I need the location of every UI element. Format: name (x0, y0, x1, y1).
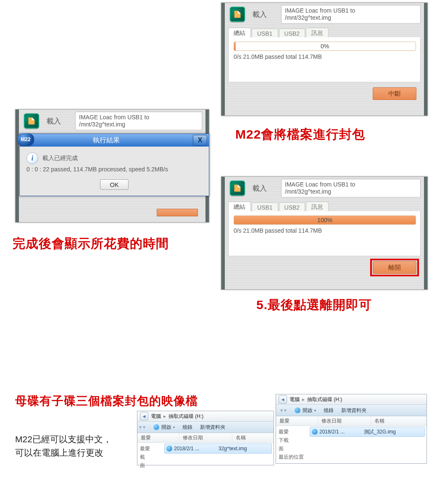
file-row[interactable]: 2018/2/1 ... 測試_32G.img (310, 427, 425, 437)
breadcrumb[interactable]: 電腦 (290, 396, 300, 403)
col-name[interactable]: 名稱 (371, 416, 426, 425)
caption-time-spent: 完成後會顯示所花費的時間 (13, 235, 169, 252)
tab-summary[interactable]: 總結 (228, 28, 251, 37)
column-headers: 最愛 修改日期 名稱 (276, 416, 426, 426)
progress-bar: 100% (234, 215, 416, 225)
tab-body: 0% 0/s 21.0MB passed total 114.7MB (228, 37, 421, 82)
caption-master-child: 母碟有子碟三個檔案封包的映像檔 (15, 393, 198, 409)
breadcrumb[interactable]: 電腦 (151, 413, 161, 420)
chevron-right-icon: ▸ (163, 413, 166, 419)
col-date[interactable]: 修改日期 (179, 433, 232, 442)
loader-window-100pct: 載入 IMAGE Loac from USB1 to /mnt/32g^text… (221, 176, 428, 290)
window-title: 載入 (253, 10, 274, 19)
tab-usb2[interactable]: USB2 (279, 202, 305, 211)
caption-step5: 5.最後點選離開即可 (256, 297, 372, 314)
toolbar-burn[interactable]: 燒錄 (324, 407, 334, 414)
app-icon (230, 181, 245, 196)
breadcrumb[interactable]: 抽取式磁碟 (H:) (307, 396, 342, 403)
modal-line1: 載入已經完成 (42, 155, 78, 162)
progress-percent: 0% (234, 42, 416, 50)
info-icon: i (26, 152, 38, 164)
app-icon (24, 113, 39, 129)
col-name[interactable]: 名稱 (232, 433, 274, 442)
chevron-down-icon: ▾ (173, 425, 175, 429)
progress-percent: 100% (234, 216, 416, 224)
explorer-right: ◄ 電腦 ▸ 抽取式磁碟 (H:) ▾ ▾ 開啟 ▾ 燒錄 新增資料夾 最愛 修… (276, 394, 427, 464)
tab-usb1[interactable]: USB1 (252, 202, 278, 211)
tab-usb1[interactable]: USB1 (252, 29, 278, 37)
explorer-left: ◄ 電腦 ▸ 抽取式磁碟 (H:) ▾ ▾ 開啟 ▾ 燒錄 新增資料夾 最愛 修… (137, 411, 274, 465)
progress-stats: 0/s 21.0MB passed total 114.7MB (234, 53, 415, 60)
leave-button-highlight: 離開 (370, 259, 419, 276)
caption-packaging: M22會將檔案進行封包 (235, 126, 365, 143)
nav-back-icon[interactable]: ◄ (279, 395, 287, 404)
window-title: 載入 (47, 116, 68, 126)
tab-messages[interactable]: 訊息 (306, 28, 329, 37)
m22-badge: M22 (17, 133, 34, 146)
address-bar[interactable]: ◄ 電腦 ▸ 抽取式磁碟 (H:) (276, 394, 426, 405)
modal-close-button[interactable]: X (193, 135, 207, 146)
tab-strip: 總結 USB1 USB2 訊息 (221, 200, 427, 211)
toolbar: ▾ ▾ 開啟 ▾ 燒錄 新增資料夾 (137, 422, 274, 433)
loader-window-0pct: 載入 IMAGE Loac from USB1 to /mnt/32g^text… (221, 3, 428, 116)
path-box: IMAGE Loac from USB1 to /mnt/32g^text.im… (281, 5, 421, 24)
path-box: IMAGE Loac from USB1 to /mnt/32g^text.im… (281, 179, 421, 197)
ok-button[interactable]: OK (100, 179, 129, 190)
toolbar-open[interactable]: 開啟 ▾ (153, 424, 175, 431)
hidden-button-fragment (157, 209, 198, 216)
toolbar: ▾ ▾ 開啟 ▾ 燒錄 新增資料夾 (276, 405, 426, 416)
open-icon (294, 407, 301, 414)
chevron-down-icon: ▾ (314, 409, 316, 412)
progress-stats: 0/s 21.0MB passed total 114.7MB (234, 227, 415, 234)
file-name: 測試_32G.img (364, 428, 423, 436)
tab-strip: 總結 USB1 USB2 訊息 (221, 26, 427, 37)
address-bar[interactable]: ◄ 電腦 ▸ 抽取式磁碟 (H:) (137, 411, 274, 422)
modal-line2: 0 : 0 : 22 passed, 114.7MB processed, sp… (26, 166, 203, 173)
modal-title: 執行結果 (20, 136, 193, 145)
app-icon (230, 7, 245, 22)
tab-summary[interactable]: 總結 (228, 202, 251, 211)
progress-bar: 0% (234, 42, 416, 51)
tab-body: 100% 0/s 21.0MB passed total 114.7MB (228, 211, 421, 256)
tab-messages[interactable]: 訊息 (306, 202, 329, 211)
result-modal: M22 執行結果 X i 載入已經完成 0 : 0 : 22 passed, 1… (19, 134, 209, 196)
file-name: 32g^text.img (218, 446, 270, 452)
toolbar-open[interactable]: 開啟 ▾ (294, 407, 316, 414)
file-row[interactable]: 2018/2/1 ... 32g^text.img (164, 444, 272, 454)
abort-button[interactable]: 中斷 (373, 87, 416, 100)
file-date: 2018/2/1 ... (174, 446, 199, 452)
open-icon (153, 424, 160, 430)
window-title: 載入 (253, 184, 274, 193)
file-date: 2018/2/1 ... (319, 429, 345, 435)
file-icon (166, 446, 172, 452)
toolbar-burn[interactable]: 燒錄 (182, 424, 192, 431)
col-date[interactable]: 修改日期 (318, 416, 371, 425)
toolbar-new-folder[interactable]: 新增資料夾 (200, 424, 225, 431)
col-fav[interactable]: 最愛 (137, 433, 179, 442)
breadcrumb[interactable]: 抽取式磁碟 (H:) (168, 413, 203, 420)
leave-button[interactable]: 離開 (373, 261, 416, 274)
col-fav[interactable]: 最愛 (276, 416, 318, 425)
chevron-right-icon: ▸ (302, 396, 305, 402)
tab-usb2[interactable]: USB2 (279, 29, 305, 37)
note-chinese-support: M22已經可以支援中文， 可以在電腦上進行更改 (15, 433, 112, 459)
toolbar-new-folder[interactable]: 新增資料夾 (341, 407, 366, 414)
file-icon (312, 429, 318, 435)
side-pane: 最愛 下載 面 最近的位置 (276, 426, 308, 463)
path-box: IMAGE Loac from USB1 to /mnt/32g^text.im… (75, 112, 202, 130)
nav-back-icon[interactable]: ◄ (140, 412, 148, 420)
side-pane: 最愛 載 面 (137, 443, 163, 471)
column-headers: 最愛 修改日期 名稱 (137, 433, 274, 443)
